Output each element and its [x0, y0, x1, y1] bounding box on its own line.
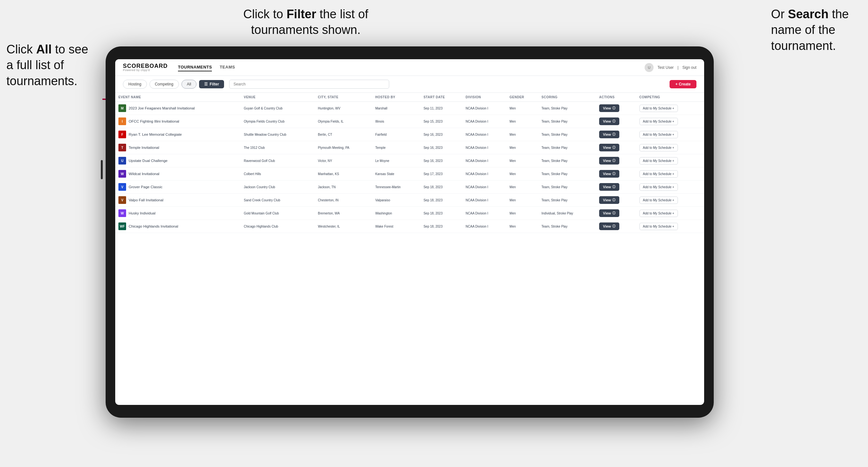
annotation-search: Or Search thename of thetournament.: [771, 6, 849, 54]
cell-competing: Add to My Schedule +: [636, 167, 704, 181]
table-body: M 2023 Joe Feaganes Marshall Invitationa…: [115, 102, 704, 233]
table-row: V Valpo Fall Invitational Sand Creek Cou…: [115, 194, 704, 207]
sign-out-link[interactable]: Sign out: [682, 65, 696, 70]
add-schedule-button[interactable]: Add to My Schedule +: [640, 210, 678, 217]
cell-city-state: Olympia Fields, IL: [315, 115, 372, 128]
cell-division: NCAA Division I: [463, 220, 506, 233]
add-schedule-button[interactable]: Add to My Schedule +: [640, 118, 678, 125]
view-button[interactable]: View ⓘ: [599, 144, 619, 151]
cell-event-name: F Ryan T. Lee Memorial Collegiate: [115, 128, 241, 141]
cell-actions: View ⓘ: [596, 181, 636, 194]
team-logo: M: [118, 104, 126, 112]
col-actions: ACTIONS: [596, 93, 636, 102]
add-schedule-button[interactable]: Add to My Schedule +: [640, 183, 678, 191]
cell-start-date: Sep 11, 2023: [420, 102, 463, 115]
view-button[interactable]: View ⓘ: [599, 104, 619, 112]
table-container: EVENT NAME VENUE CITY, STATE HOSTED BY S…: [115, 93, 704, 405]
cell-venue: Sand Creek Country Club: [241, 194, 315, 207]
cell-venue: Colbert Hills: [241, 167, 315, 181]
info-icon: ⓘ: [612, 119, 616, 124]
col-venue: VENUE: [241, 93, 315, 102]
info-icon: ⓘ: [612, 132, 616, 137]
cell-event-name: V Valpo Fall Invitational: [115, 194, 241, 207]
cell-gender: Men: [506, 115, 538, 128]
event-name-text: Wildcat Invitational: [129, 172, 159, 176]
cell-division: NCAA Division I: [463, 115, 506, 128]
competing-tab[interactable]: Competing: [150, 80, 179, 89]
view-button[interactable]: View ⓘ: [599, 157, 619, 164]
filter-icon: ☰: [204, 82, 208, 86]
user-avatar: U: [645, 63, 654, 72]
cell-city-state: Jackson, TN: [315, 181, 372, 194]
logo-title: SCOREBOARD: [123, 63, 168, 69]
cell-scoring: Team, Stroke Play: [538, 141, 596, 154]
cell-competing: Add to My Schedule +: [636, 207, 704, 220]
event-name-text: 2023 Joe Feaganes Marshall Invitational: [129, 106, 195, 110]
cell-start-date: Sep 16, 2023: [420, 141, 463, 154]
add-schedule-button[interactable]: Add to My Schedule +: [640, 157, 678, 164]
event-name-text: Ryan T. Lee Memorial Collegiate: [129, 132, 182, 136]
filter-button[interactable]: ☰ Filter: [199, 80, 224, 88]
table-header-row: EVENT NAME VENUE CITY, STATE HOSTED BY S…: [115, 93, 704, 102]
cell-competing: Add to My Schedule +: [636, 128, 704, 141]
add-schedule-button[interactable]: Add to My Schedule +: [640, 144, 678, 151]
cell-event-name: WF Chicago Highlands Invitational: [115, 220, 241, 233]
add-schedule-button[interactable]: Add to My Schedule +: [640, 196, 678, 204]
cell-hosted-by: Marshall: [372, 102, 420, 115]
cell-event-name: U Upstate Dual Challenge: [115, 154, 241, 167]
create-button[interactable]: + Create: [670, 80, 696, 88]
cell-start-date: Sep 16, 2023: [420, 128, 463, 141]
add-schedule-button[interactable]: Add to My Schedule +: [640, 105, 678, 112]
cell-venue: Jackson Country Club: [241, 181, 315, 194]
cell-hosted-by: Kansas State: [372, 167, 420, 181]
cell-hosted-by: Valparaiso: [372, 194, 420, 207]
cell-venue: Chicago Highlands Club: [241, 220, 315, 233]
view-button[interactable]: View ⓘ: [599, 170, 619, 178]
team-logo: W: [118, 170, 126, 178]
cell-competing: Add to My Schedule +: [636, 194, 704, 207]
col-gender: GENDER: [506, 93, 538, 102]
table-row: W Husky Individual Gold Mountain Golf Cl…: [115, 207, 704, 220]
annotation-all: Click All to seea full list oftournament…: [6, 41, 88, 89]
hosting-tab[interactable]: Hosting: [123, 80, 147, 89]
col-competing: COMPETING: [636, 93, 704, 102]
view-button[interactable]: View ⓘ: [599, 222, 619, 230]
cell-scoring: Team, Stroke Play: [538, 220, 596, 233]
all-tab[interactable]: All: [182, 80, 196, 89]
cell-gender: Men: [506, 194, 538, 207]
add-schedule-button[interactable]: Add to My Schedule +: [640, 223, 678, 230]
view-button[interactable]: View ⓘ: [599, 131, 619, 138]
add-schedule-button[interactable]: Add to My Schedule +: [640, 131, 678, 138]
cell-hosted-by: Washington: [372, 207, 420, 220]
search-input[interactable]: [229, 80, 389, 89]
cell-city-state: Plymouth Meeting, PA: [315, 141, 372, 154]
cell-hosted-by: Wake Forest: [372, 220, 420, 233]
cell-gender: Men: [506, 207, 538, 220]
info-icon: ⓘ: [612, 211, 616, 215]
event-name-text: Valpo Fall Invitational: [129, 198, 163, 202]
view-button[interactable]: View ⓘ: [599, 183, 619, 191]
cell-hosted-by: Temple: [372, 141, 420, 154]
cell-gender: Men: [506, 102, 538, 115]
cell-event-name: T Temple Invitational: [115, 141, 241, 154]
header-right: U Test User | Sign out: [645, 63, 696, 72]
view-button[interactable]: View ⓘ: [599, 209, 619, 217]
cell-start-date: Sep 18, 2023: [420, 220, 463, 233]
table-row: I OFCC Fighting Illini Invitational Olym…: [115, 115, 704, 128]
cell-scoring: Team, Stroke Play: [538, 181, 596, 194]
tablet-frame: SCOREBOARD Powered by clipp'd TOURNAMENT…: [105, 46, 714, 418]
cell-scoring: Team, Stroke Play: [538, 128, 596, 141]
nav-tab-teams[interactable]: TEAMS: [220, 63, 235, 71]
cell-actions: View ⓘ: [596, 207, 636, 220]
info-icon: ⓘ: [612, 106, 616, 111]
cell-actions: View ⓘ: [596, 128, 636, 141]
nav-tab-tournaments[interactable]: TOURNAMENTS: [178, 63, 212, 71]
view-button[interactable]: View ⓘ: [599, 118, 619, 125]
tablet-screen: SCOREBOARD Powered by clipp'd TOURNAMENT…: [115, 59, 704, 405]
info-icon: ⓘ: [612, 198, 616, 202]
view-button[interactable]: View ⓘ: [599, 196, 619, 204]
logo-subtitle: Powered by clipp'd: [123, 69, 168, 72]
cell-hosted-by: Tennessee-Martin: [372, 181, 420, 194]
add-schedule-button[interactable]: Add to My Schedule +: [640, 170, 678, 178]
info-icon: ⓘ: [612, 172, 616, 176]
